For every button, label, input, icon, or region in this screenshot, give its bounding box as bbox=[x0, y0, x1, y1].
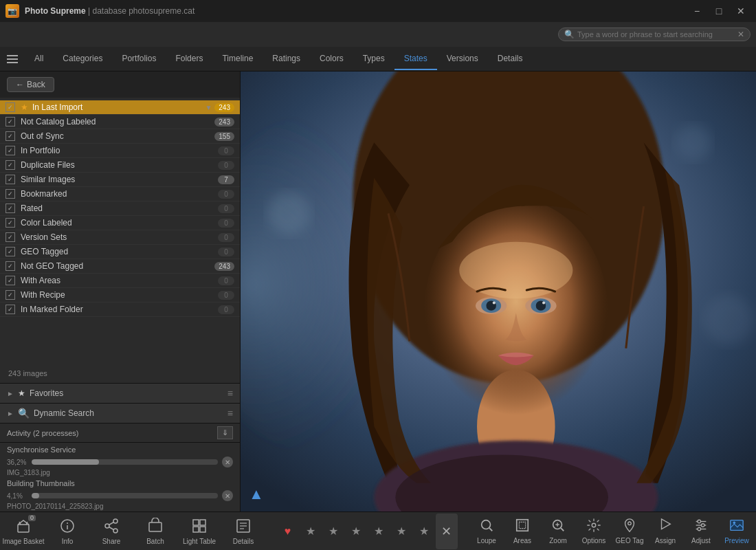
tab-types[interactable]: Types bbox=[353, 48, 394, 70]
state-item-duplicate-files[interactable]: ✓ Duplicate Files 0 bbox=[0, 158, 240, 173]
state-checkbox-11[interactable]: ✓ bbox=[5, 261, 15, 271]
state-checkbox-5[interactable]: ✓ bbox=[5, 175, 15, 184]
state-checkbox-6[interactable]: ✓ bbox=[5, 189, 15, 199]
loupe-button[interactable]: Loupe bbox=[469, 514, 504, 549]
state-item-in-portfolio[interactable]: ✓ In Portfolio 0 bbox=[0, 144, 240, 158]
tab-details[interactable]: Details bbox=[488, 48, 533, 70]
state-label-8: Color Labeled bbox=[21, 218, 218, 228]
state-checkbox-14[interactable]: ✓ bbox=[5, 305, 15, 314]
maximize-button[interactable]: □ bbox=[709, 4, 729, 18]
search-input[interactable] bbox=[577, 30, 737, 38]
progress-row-1: 36,2% ✕ bbox=[0, 455, 240, 469]
state-label-12: With Areas bbox=[21, 276, 218, 285]
dynamic-search-label: Dynamic Search bbox=[34, 408, 227, 418]
svg-rect-33 bbox=[200, 527, 205, 532]
search-input-wrap: 🔍 ✕ bbox=[558, 28, 751, 41]
photo-navigation-arrow[interactable]: ▲ bbox=[249, 485, 264, 503]
star-1-button[interactable]: ★ bbox=[300, 514, 322, 549]
preview-button[interactable]: Preview bbox=[719, 514, 755, 549]
state-count-12: 0 bbox=[218, 276, 234, 285]
light-table-button[interactable]: Light Table bbox=[177, 514, 221, 549]
star-2-button[interactable]: ★ bbox=[322, 514, 344, 549]
star-4-button[interactable]: ★ bbox=[368, 514, 390, 549]
progress-close-2[interactable]: ✕ bbox=[222, 490, 233, 501]
details-label: Details bbox=[233, 538, 254, 545]
state-checkbox-7[interactable]: ✓ bbox=[5, 204, 15, 213]
activity-download-button[interactable]: ⇓ bbox=[217, 426, 233, 439]
state-item-in-marked-folder[interactable]: ✓ In Marked Folder 0 bbox=[0, 302, 240, 317]
state-count-10: 0 bbox=[218, 248, 234, 256]
state-checkbox-8[interactable]: ✓ bbox=[5, 218, 15, 228]
geo-tag-button[interactable]: GEO Tag bbox=[612, 514, 647, 549]
svg-line-43 bbox=[561, 528, 564, 531]
state-count-13: 0 bbox=[218, 291, 234, 300]
svg-rect-20 bbox=[18, 525, 29, 532]
state-item-similar-images[interactable]: ✓ Similar Images 7 bbox=[0, 173, 240, 187]
share-button[interactable]: Share bbox=[89, 514, 133, 549]
zoom-svg bbox=[551, 518, 566, 533]
search-clear-icon[interactable]: ✕ bbox=[737, 30, 744, 39]
state-item-with-recipe[interactable]: ✓ With Recipe 0 bbox=[0, 288, 240, 302]
state-checkbox-13[interactable]: ✓ bbox=[5, 290, 15, 300]
state-checkbox-3[interactable]: ✓ bbox=[5, 146, 15, 155]
state-item-version-sets[interactable]: ✓ Version Sets 0 bbox=[0, 230, 240, 245]
favorites-section-header[interactable]: ► ★ Favorites ≡ bbox=[0, 384, 240, 403]
state-item-in-last-import[interactable]: ✓ ★ In Last Import ▼ 243 bbox=[0, 100, 240, 115]
state-checkbox-10[interactable]: ✓ bbox=[5, 247, 15, 256]
favorites-section: ► ★ Favorites ≡ bbox=[0, 384, 240, 404]
tab-versions[interactable]: Versions bbox=[437, 48, 488, 70]
heart-button[interactable]: ♥ bbox=[277, 514, 299, 549]
state-item-not-geo-tagged[interactable]: ✓ Not GEO Tagged 243 bbox=[0, 259, 240, 274]
adjust-button[interactable]: Adjust bbox=[683, 514, 719, 549]
state-item-color-labeled[interactable]: ✓ Color Labeled 0 bbox=[0, 216, 240, 230]
basket-badge: 0 bbox=[28, 515, 36, 521]
state-checkbox-2[interactable]: ✓ bbox=[5, 131, 15, 141]
tab-portfolios[interactable]: Portfolios bbox=[112, 48, 166, 70]
tab-ratings[interactable]: Ratings bbox=[263, 48, 310, 70]
state-item-geo-tagged[interactable]: ✓ GEO Tagged 0 bbox=[0, 245, 240, 259]
state-checkbox-9[interactable]: ✓ bbox=[5, 232, 15, 242]
dynamic-search-arrow-icon: ► bbox=[7, 410, 14, 417]
star-6-button[interactable]: ★ bbox=[413, 514, 435, 549]
back-button[interactable]: ← Back bbox=[7, 77, 54, 92]
star-3-button[interactable]: ★ bbox=[345, 514, 367, 549]
hamburger-menu-button[interactable] bbox=[3, 50, 22, 69]
batch-button[interactable]: Batch bbox=[133, 514, 177, 549]
favorites-menu-icon[interactable]: ≡ bbox=[227, 388, 233, 399]
state-item-bookmarked[interactable]: ✓ Bookmarked 0 bbox=[0, 187, 240, 201]
zoom-button[interactable]: Zoom bbox=[540, 514, 576, 549]
areas-button[interactable]: Areas bbox=[504, 514, 540, 549]
state-count-6: 0 bbox=[218, 190, 234, 199]
minimize-button[interactable]: − bbox=[687, 4, 707, 18]
tab-states[interactable]: States bbox=[394, 48, 437, 70]
info-button[interactable]: Info bbox=[45, 514, 89, 549]
options-button[interactable]: Options bbox=[576, 514, 612, 549]
progress-close-1[interactable]: ✕ bbox=[222, 456, 233, 468]
state-item-rated[interactable]: ✓ Rated 0 bbox=[0, 201, 240, 216]
tab-timeline[interactable]: Timeline bbox=[212, 48, 263, 70]
close-button[interactable]: ✕ bbox=[731, 4, 751, 18]
reject-button[interactable]: ✕ bbox=[436, 514, 458, 549]
svg-point-51 bbox=[701, 524, 704, 527]
tab-categories[interactable]: Categories bbox=[53, 48, 112, 70]
state-item-with-areas[interactable]: ✓ With Areas 0 bbox=[0, 274, 240, 288]
assign-button[interactable]: Assign bbox=[647, 514, 683, 549]
dynamic-search-menu-icon[interactable]: ≡ bbox=[227, 408, 233, 419]
assign-icon bbox=[658, 518, 673, 536]
details-button[interactable]: Details bbox=[221, 514, 265, 549]
images-count-label: 243 images bbox=[0, 364, 240, 383]
star-5-button[interactable]: ★ bbox=[390, 514, 412, 549]
state-checkbox-1[interactable]: ✓ bbox=[5, 117, 15, 126]
state-checkbox-0[interactable]: ✓ bbox=[5, 102, 15, 112]
main-photo: ▲ bbox=[241, 72, 756, 512]
state-item-out-of-sync[interactable]: ✓ Out of Sync 155 bbox=[0, 129, 240, 144]
tab-folders[interactable]: Folders bbox=[166, 48, 212, 70]
state-item-not-catalog-labeled[interactable]: ✓ Not Catalog Labeled 243 bbox=[0, 115, 240, 129]
state-checkbox-4[interactable]: ✓ bbox=[5, 160, 15, 170]
tab-colors[interactable]: Colors bbox=[310, 48, 353, 70]
share-icon bbox=[103, 518, 120, 536]
tab-all[interactable]: All bbox=[25, 48, 53, 70]
state-checkbox-12[interactable]: ✓ bbox=[5, 276, 15, 285]
dynamic-search-header[interactable]: ► 🔍 Dynamic Search ≡ bbox=[0, 404, 240, 423]
image-basket-button[interactable]: 0 Image Basket bbox=[1, 514, 45, 549]
